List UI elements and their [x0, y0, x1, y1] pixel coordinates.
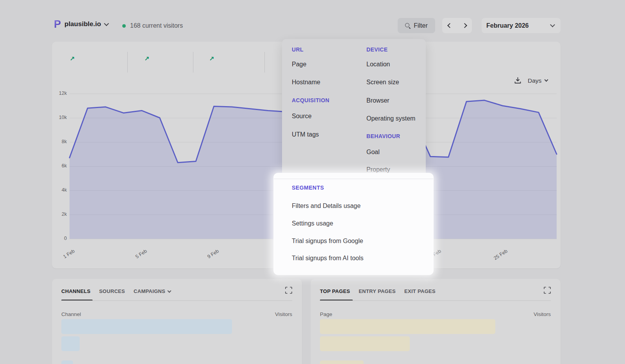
expand-icon[interactable]	[544, 287, 551, 294]
row-bar	[320, 336, 410, 351]
live-dot-icon	[122, 24, 126, 28]
date-picker-label: February 2026	[486, 22, 529, 29]
stat-total-pageviews[interactable]: ↗	[205, 51, 215, 62]
pages-card: TOP PAGESENTRY PAGESEXIT PAGES Page Visi…	[311, 279, 561, 364]
site-picker[interactable]: P plausible.io	[54, 20, 108, 29]
next-period-button[interactable]	[457, 18, 472, 33]
stat-duration[interactable]	[434, 51, 439, 55]
tab-sources[interactable]: SOURCES	[99, 288, 125, 294]
table-row-partial[interactable]	[61, 360, 292, 364]
tab-entry-pages[interactable]: ENTRY PAGES	[359, 288, 396, 294]
column-header-left: Channel	[61, 311, 81, 317]
segment-item-trial-signups-from-ai-tools[interactable]: Trial signups from AI tools	[292, 255, 363, 262]
filter-item-screen-size[interactable]: Screen size	[366, 79, 399, 86]
plausible-logo-icon: P	[54, 20, 61, 29]
table-row-partial[interactable]	[320, 360, 551, 364]
trend-up-icon: ↗	[70, 55, 75, 62]
interval-picker[interactable]: Days	[528, 77, 548, 84]
x-axis-tick: 1 Feb	[50, 248, 75, 268]
y-axis-tick: 6k	[52, 163, 67, 169]
segments-heading: SEGMENTS	[292, 185, 324, 191]
chevron-left-icon	[447, 23, 452, 28]
filter-item-source[interactable]: Source	[292, 113, 312, 120]
tabs-divider	[320, 300, 551, 301]
filter-item-hostname[interactable]: Hostname	[292, 79, 320, 86]
filter-button-label: Filter	[414, 22, 428, 29]
row-bar	[320, 319, 495, 334]
segment-item-trial-signups-from-google[interactable]: Trial signups from Google	[292, 238, 363, 245]
chevron-down-icon	[104, 21, 109, 26]
topbar: P plausible.io 168 current visitors Filt…	[0, 0, 625, 39]
table-row-dashboard[interactable]	[320, 319, 551, 334]
y-axis-tick: 2k	[52, 211, 67, 217]
tab-campaigns[interactable]: CAMPAIGNS	[134, 288, 171, 294]
download-icon[interactable]	[514, 77, 521, 84]
stat-change: ↗	[209, 55, 215, 62]
column-header-right: Visitors	[534, 311, 551, 317]
filter-item-utm-tags[interactable]: UTM tags	[292, 131, 319, 138]
interval-label: Days	[528, 77, 541, 84]
trend-up-icon: ↗	[209, 55, 214, 62]
tabs-divider	[61, 300, 292, 301]
segment-item-filters-and-details-usage[interactable]: Filters and Details usage	[292, 202, 361, 210]
stat-change: ↗	[70, 55, 76, 62]
chart-controls: Days	[514, 77, 548, 84]
column-header-right: Visitors	[275, 311, 292, 317]
row-bar	[61, 360, 73, 364]
y-axis-tick: 8k	[52, 139, 67, 144]
current-visitors-link[interactable]: 168 current visitors	[122, 22, 183, 29]
filter-item-property[interactable]: Property	[366, 166, 390, 173]
stat-divider	[193, 52, 193, 73]
filter-button[interactable]: Filter	[398, 18, 435, 33]
table-column-headers: Page Visitors	[320, 311, 551, 317]
period-nav	[442, 18, 472, 33]
stat-total-visits[interactable]: ↗	[140, 51, 150, 62]
search-icon	[405, 23, 411, 28]
filter-item-goal[interactable]: Goal	[366, 149, 380, 156]
pages-tabs: TOP PAGESENTRY PAGESEXIT PAGES	[320, 287, 551, 295]
filter-item-operating-system[interactable]: Operating system	[366, 115, 415, 122]
prev-period-button[interactable]	[442, 18, 457, 33]
chevron-down-icon	[168, 289, 171, 293]
x-axis-tick: 5 Feb	[122, 248, 148, 268]
trend-up-icon: ↗	[145, 55, 150, 62]
filter-section-acquisition: ACQUISITION	[292, 97, 329, 103]
y-axis-tick: 10k	[52, 115, 67, 120]
filter-section-device: DEVICE	[366, 46, 388, 53]
chevron-down-icon	[545, 78, 548, 82]
table-column-headers: Channel Visitors	[61, 311, 292, 317]
y-axis-tick: 0	[52, 236, 67, 241]
filter-section-url: URL	[292, 46, 304, 53]
filter-item-page[interactable]: Page	[292, 61, 306, 68]
stat-change: ↗	[145, 55, 150, 62]
segment-item-settings-usage[interactable]: Settings usage	[292, 220, 333, 227]
tab-top-pages[interactable]: TOP PAGES	[320, 288, 350, 294]
filter-section-behaviour: BEHAVIOUR	[366, 133, 400, 139]
row-bar	[61, 319, 232, 334]
tab-exit-pages[interactable]: EXIT PAGES	[404, 288, 436, 294]
x-axis-tick: 25 Feb	[483, 248, 509, 268]
current-visitors-label: 168 current visitors	[130, 22, 183, 29]
channels-tabs: CHANNELSSOURCESCAMPAIGNS	[61, 287, 292, 295]
menu-divider	[274, 179, 433, 179]
filter-item-browser[interactable]: Browser	[366, 97, 389, 104]
x-axis-tick: 9 Feb	[194, 248, 220, 268]
column-header-left: Page	[320, 311, 332, 317]
row-bar	[61, 336, 80, 351]
filter-item-location[interactable]: Location	[366, 61, 390, 68]
stat-divider	[264, 52, 265, 73]
site-name: plausible.io	[64, 20, 101, 28]
table-row-sites[interactable]	[320, 336, 551, 351]
table-row-organic-search[interactable]	[61, 336, 292, 351]
date-picker-button[interactable]: February 2026	[482, 18, 561, 33]
row-bar	[320, 360, 364, 364]
stat-divider	[127, 52, 128, 73]
tab-channels[interactable]: CHANNELS	[61, 288, 91, 294]
expand-icon[interactable]	[285, 287, 292, 294]
stat-unique-visitors[interactable]: ↗	[65, 51, 76, 62]
channels-card: CHANNELSSOURCESCAMPAIGNS Channel Visitor…	[52, 279, 302, 364]
table-row-direct[interactable]	[61, 319, 292, 334]
y-axis-tick: 12k	[52, 91, 67, 96]
plausible-dashboard: P plausible.io 168 current visitors Filt…	[0, 0, 625, 364]
y-axis-tick: 4k	[52, 187, 67, 193]
